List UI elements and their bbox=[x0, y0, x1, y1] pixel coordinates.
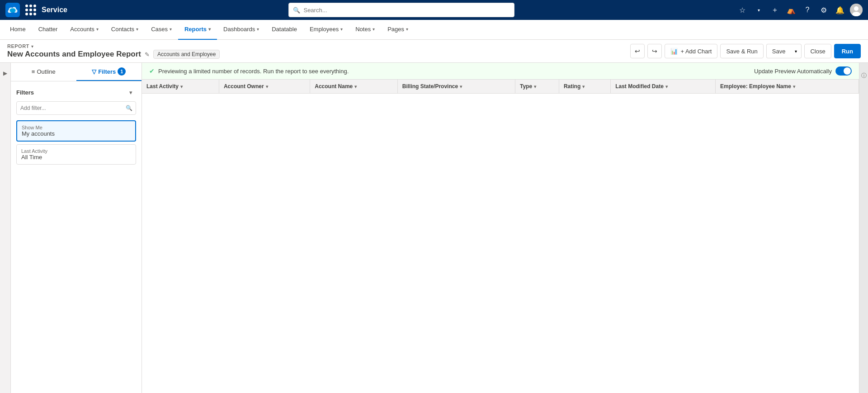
col-sort-icon: ▾ bbox=[180, 84, 183, 89]
nav-item-cases[interactable]: Cases ▾ bbox=[145, 20, 178, 40]
tab-outline[interactable]: ≡ Outline bbox=[11, 63, 76, 81]
right-edge-label: ⓘ bbox=[860, 68, 868, 74]
app-name: Service bbox=[42, 6, 67, 14]
svg-point-6 bbox=[854, 6, 859, 11]
filter-search-icon: 🔍 bbox=[126, 105, 132, 111]
nav-item-contacts[interactable]: Contacts ▾ bbox=[105, 20, 145, 40]
search-icon: 🔍 bbox=[293, 7, 300, 14]
edit-title-icon[interactable]: ✎ bbox=[145, 51, 150, 58]
filters-menu-icon[interactable]: ▾ bbox=[125, 87, 136, 98]
report-title: New Accounts and Employee Report bbox=[7, 50, 141, 59]
nav-item-dashboards[interactable]: Dashboards ▾ bbox=[217, 20, 265, 40]
table-scroll[interactable]: Last Activity ▾ Account Owner ▾ bbox=[142, 80, 859, 393]
right-edge-panel: ⓘ bbox=[859, 63, 868, 393]
col-sort-icon: ▾ bbox=[534, 84, 536, 89]
col-account-owner[interactable]: Account Owner ▾ bbox=[219, 80, 310, 94]
notifications-icon[interactable]: 🔔 bbox=[834, 4, 846, 16]
filters-section: Filters ▾ 🔍 Show Me My accounts Last Act… bbox=[11, 81, 142, 173]
pages-chevron-icon: ▾ bbox=[406, 27, 408, 32]
col-last-activity[interactable]: Last Activity ▾ bbox=[142, 80, 219, 94]
col-sort-icon: ▾ bbox=[460, 84, 462, 89]
contacts-chevron-icon: ▾ bbox=[136, 27, 138, 32]
notes-chevron-icon: ▾ bbox=[373, 27, 375, 32]
col-sort-icon: ▾ bbox=[793, 84, 795, 89]
filter-icon: ▽ bbox=[92, 68, 96, 75]
panel-tabs: ≡ Outline ▽ Filters 1 bbox=[11, 63, 142, 81]
sidebar-toggle[interactable]: ▶ bbox=[0, 63, 11, 393]
col-type[interactable]: Type ▾ bbox=[515, 80, 559, 94]
filters-header: Filters ▾ bbox=[16, 87, 136, 98]
filter-item-show-me[interactable]: Show Me My accounts bbox=[16, 120, 136, 142]
data-table: Last Activity ▾ Account Owner ▾ bbox=[142, 80, 859, 94]
tab-filters[interactable]: ▽ Filters 1 bbox=[76, 63, 142, 81]
filter-item-last-activity[interactable]: Last Activity All Time bbox=[16, 144, 136, 165]
redo-button[interactable]: ↪ bbox=[647, 44, 662, 58]
nav-item-chatter[interactable]: Chatter bbox=[32, 20, 64, 40]
save-button[interactable]: Save bbox=[766, 44, 791, 58]
col-sort-icon: ▾ bbox=[665, 84, 668, 89]
col-account-name[interactable]: Account Name ▾ bbox=[310, 80, 397, 94]
salesforce-logo[interactable] bbox=[5, 3, 20, 17]
preview-banner: ✔ Previewing a limited number of records… bbox=[142, 63, 859, 80]
report-header: REPORT ▾ New Accounts and Employee Repor… bbox=[0, 40, 868, 63]
update-preview: Update Preview Automatically bbox=[754, 66, 852, 76]
col-employee-name[interactable]: Employee: Employee Name ▾ bbox=[716, 80, 859, 94]
nav-item-accounts[interactable]: Accounts ▾ bbox=[64, 20, 104, 40]
cases-chevron-icon: ▾ bbox=[170, 27, 172, 32]
report-tag-chevron-icon[interactable]: ▾ bbox=[31, 44, 33, 49]
col-rating[interactable]: Rating ▾ bbox=[559, 80, 610, 94]
col-sort-icon: ▾ bbox=[266, 84, 268, 89]
outline-icon: ≡ bbox=[32, 68, 35, 75]
search-input[interactable] bbox=[288, 3, 514, 17]
left-panel: ≡ Outline ▽ Filters 1 Filters ▾ 🔍 Show M… bbox=[11, 63, 142, 393]
nav-item-pages[interactable]: Pages ▾ bbox=[381, 20, 415, 40]
dashboards-chevron-icon: ▾ bbox=[257, 27, 259, 32]
add-chart-button[interactable]: 📊 + Add Chart bbox=[665, 44, 717, 58]
favorites-icon[interactable]: ☆ bbox=[736, 4, 749, 16]
add-chart-icon: 📊 bbox=[670, 48, 678, 55]
save-button-group: Save ▾ bbox=[766, 44, 802, 58]
add-icon[interactable]: ＋ bbox=[769, 4, 781, 16]
nav-bar: Home Chatter Accounts ▾ Contacts ▾ Cases… bbox=[0, 20, 868, 40]
col-last-modified[interactable]: Last Modified Date ▾ bbox=[611, 80, 716, 94]
filter-show-me-value: My accounts bbox=[22, 130, 131, 137]
save-dropdown-button[interactable]: ▾ bbox=[791, 44, 802, 58]
top-bar-right: ☆ ▾ ＋ ⛺ ? ⚙ 🔔 bbox=[736, 4, 863, 16]
svg-point-4 bbox=[9, 8, 15, 13]
filter-last-activity-value: All Time bbox=[21, 154, 131, 161]
avatar[interactable] bbox=[850, 4, 863, 16]
report-type-badge[interactable]: Accounts and Employee bbox=[153, 50, 220, 59]
report-header-left: REPORT ▾ New Accounts and Employee Repor… bbox=[7, 43, 220, 59]
nav-item-datatable[interactable]: Datatable bbox=[265, 20, 303, 40]
filters-badge: 1 bbox=[118, 67, 126, 76]
report-actions: ↩ ↪ 📊 + Add Chart Save & Run Save ▾ Clos… bbox=[630, 44, 861, 58]
top-bar: Service 🔍 ☆ ▾ ＋ ⛺ ? ⚙ 🔔 bbox=[0, 0, 868, 20]
filter-show-me-label: Show Me bbox=[22, 125, 131, 130]
table-area: ✔ Previewing a limited number of records… bbox=[142, 63, 859, 393]
save-run-button[interactable]: Save & Run bbox=[720, 44, 763, 58]
filter-search: 🔍 bbox=[16, 101, 136, 115]
nav-item-home[interactable]: Home bbox=[4, 20, 32, 40]
run-button[interactable]: Run bbox=[834, 44, 861, 58]
col-billing-state[interactable]: Billing State/Province ▾ bbox=[397, 80, 515, 94]
filter-search-input[interactable] bbox=[16, 101, 136, 115]
favorites-chevron-icon[interactable]: ▾ bbox=[752, 4, 765, 16]
close-button[interactable]: Close bbox=[804, 44, 831, 58]
table-header-row: Last Activity ▾ Account Owner ▾ bbox=[142, 80, 859, 94]
top-bar-left: Service bbox=[5, 3, 67, 17]
reports-chevron-icon: ▾ bbox=[208, 27, 211, 32]
nav-item-notes[interactable]: Notes ▾ bbox=[349, 20, 381, 40]
report-title-row: New Accounts and Employee Report ✎ Accou… bbox=[7, 50, 220, 59]
app-grid-icon[interactable] bbox=[25, 5, 36, 15]
undo-button[interactable]: ↩ bbox=[630, 44, 645, 58]
employees-chevron-icon: ▾ bbox=[340, 27, 343, 32]
setup-icon[interactable]: ⛺ bbox=[785, 4, 797, 16]
col-sort-icon: ▾ bbox=[354, 84, 357, 89]
help-icon[interactable]: ? bbox=[801, 4, 814, 16]
nav-item-employees[interactable]: Employees ▾ bbox=[303, 20, 349, 40]
settings-icon[interactable]: ⚙ bbox=[817, 4, 830, 16]
nav-item-reports[interactable]: Reports ▾ bbox=[178, 20, 217, 40]
update-preview-toggle[interactable] bbox=[835, 66, 852, 76]
col-sort-icon: ▾ bbox=[582, 84, 585, 89]
filters-title: Filters bbox=[16, 89, 34, 96]
